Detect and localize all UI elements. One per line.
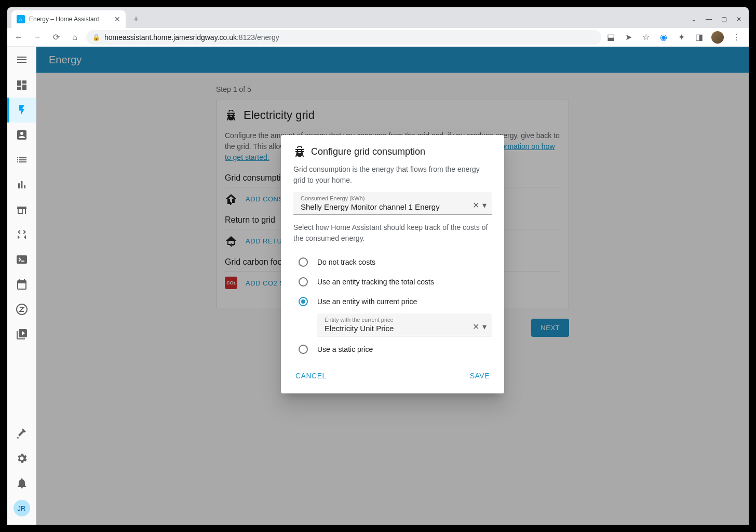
minimize-icon[interactable]: — (706, 16, 712, 23)
tab-favicon-icon: ⌂ (17, 15, 25, 23)
dialog-description: Grid consumption is the energy that flow… (293, 164, 492, 186)
price-entity-value: Electricity Unit Price (325, 323, 473, 334)
dashboard-icon (16, 79, 28, 91)
price-entity-label: Entity with the current price (325, 317, 473, 323)
cancel-button[interactable]: CANCEL (293, 367, 329, 384)
clear-input-icon[interactable]: ✕ (473, 322, 479, 332)
sidebar-item-settings[interactable] (7, 446, 36, 471)
tab-close-icon[interactable]: ✕ (114, 15, 120, 23)
bell-icon (16, 477, 28, 489)
url-path: /energy (255, 33, 279, 42)
sidebar-item-zigbee[interactable] (7, 297, 36, 322)
clear-input-icon[interactable]: ✕ (473, 200, 479, 210)
sidebar-item-history[interactable] (7, 172, 36, 197)
radio-icon (299, 297, 308, 306)
url-host: homeassistant.home.jamesridgway.co.uk (104, 33, 237, 42)
chevron-down-icon[interactable]: ⌄ (691, 16, 696, 23)
send-icon[interactable]: ➤ (623, 32, 633, 43)
radio-icon (299, 345, 308, 354)
media-icon (16, 328, 28, 340)
store-icon (16, 203, 28, 216)
sidebar-item-energy[interactable] (7, 98, 36, 122)
lock-icon: 🔒 (92, 34, 100, 41)
chart-icon (16, 179, 28, 191)
install-icon[interactable]: ⬓ (605, 32, 616, 43)
sidebar-item-file-editor[interactable] (7, 222, 36, 247)
url-input[interactable]: 🔒 homeassistant.home.jamesridgway.co.uk:… (86, 30, 601, 45)
terminal-icon (16, 253, 28, 266)
radio-no-track[interactable]: Do not track costs (299, 252, 492, 272)
configure-grid-dialog: Configure grid consumption Grid consumpt… (281, 135, 504, 393)
sidebar-item-notifications[interactable] (7, 471, 36, 496)
lightning-icon (16, 104, 28, 116)
consumed-energy-input[interactable]: Consumed Energy (kWh) Shelly Energy Moni… (293, 192, 492, 215)
extensions-icon[interactable]: ✦ (676, 32, 686, 43)
sidebar-item-calendar[interactable] (7, 272, 36, 297)
save-button[interactable]: SAVE (468, 367, 492, 384)
gear-icon (16, 452, 28, 465)
onepassword-icon[interactable]: ◉ (658, 32, 669, 43)
kebab-menu-icon[interactable]: ⋮ (731, 32, 741, 43)
account-icon (16, 129, 28, 141)
radio-static-price[interactable]: Use a static price (299, 339, 492, 359)
dropdown-icon[interactable]: ▾ (482, 322, 487, 332)
sidebar-item-dashboard[interactable] (7, 73, 36, 98)
reload-button[interactable]: ⟳ (49, 30, 63, 45)
tab-title: Energy – Home Assistant (29, 16, 110, 23)
url-port: :8123 (237, 33, 255, 42)
radio-entity-price[interactable]: Use an entity with current price (299, 292, 492, 311)
consumed-energy-value: Shelly Energy Monitor channel 1 Energy (301, 201, 473, 212)
browser-tab-bar: ⌂ Energy – Home Assistant ✕ + ⌄ — ▢ ✕ (7, 7, 749, 28)
browser-tab[interactable]: ⌂ Energy – Home Assistant ✕ (11, 10, 126, 28)
sidebar: JR (7, 47, 36, 525)
hammer-icon (16, 427, 28, 440)
back-button[interactable]: ← (11, 30, 26, 45)
forward-button[interactable]: → (30, 30, 45, 45)
sidepanel-icon[interactable]: ◨ (694, 32, 704, 43)
sidebar-item-logbook[interactable] (7, 147, 36, 172)
code-icon (16, 228, 28, 241)
modal-overlay[interactable]: Configure grid consumption Grid consumpt… (36, 47, 749, 525)
price-entity-input[interactable]: Entity with the current price Electricit… (317, 313, 492, 336)
sidebar-item-media[interactable] (7, 322, 36, 347)
sidebar-item-devtools[interactable] (7, 421, 36, 446)
zigbee-icon (16, 303, 28, 316)
transmission-tower-icon (293, 145, 306, 158)
maximize-icon[interactable]: ▢ (721, 16, 727, 23)
user-avatar[interactable]: JR (14, 500, 30, 516)
hamburger-menu[interactable] (7, 47, 36, 73)
home-button[interactable]: ⌂ (68, 30, 82, 45)
new-tab-button[interactable]: + (129, 12, 143, 26)
browser-address-bar: ← → ⟳ ⌂ 🔒 homeassistant.home.jamesridgwa… (7, 28, 749, 47)
consumed-energy-label: Consumed Energy (kWh) (301, 195, 473, 201)
window-controls: ⌄ — ▢ ✕ (691, 16, 749, 28)
dropdown-icon[interactable]: ▾ (482, 200, 487, 210)
dialog-title: Configure grid consumption (311, 146, 425, 157)
radio-entity-total[interactable]: Use an entity tracking the total costs (299, 272, 492, 292)
sidebar-item-terminal[interactable] (7, 247, 36, 272)
star-icon[interactable]: ☆ (641, 32, 651, 43)
list-icon (16, 154, 28, 166)
cost-description: Select how Home Assistant should keep tr… (293, 222, 492, 244)
sidebar-item-map[interactable] (7, 122, 36, 147)
hamburger-icon (16, 53, 28, 66)
close-window-icon[interactable]: ✕ (736, 16, 741, 23)
profile-avatar[interactable] (711, 31, 724, 44)
radio-icon (299, 257, 308, 267)
radio-icon (299, 277, 308, 287)
calendar-icon (16, 278, 28, 291)
sidebar-item-hacs[interactable] (7, 197, 36, 222)
